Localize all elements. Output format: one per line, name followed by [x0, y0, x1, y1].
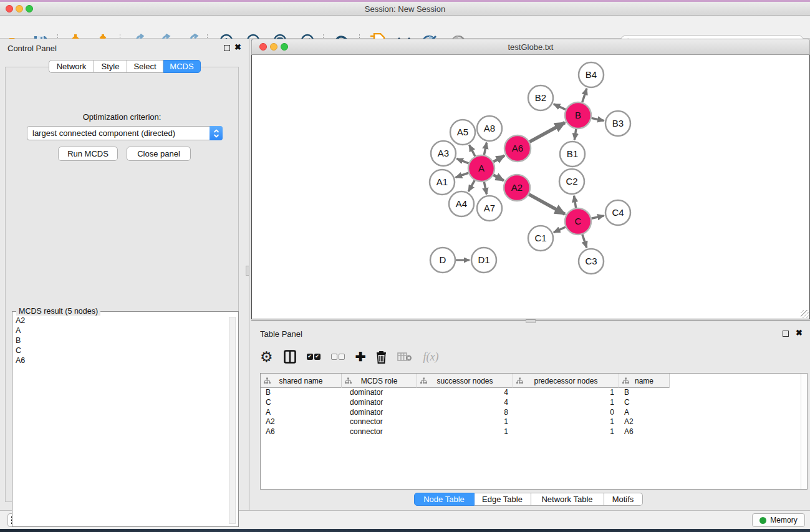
graph-node-B[interactable]: B: [565, 102, 591, 128]
table-cell: A2: [261, 417, 342, 427]
table-row[interactable]: A6connector11A6: [261, 427, 807, 437]
horizontal-splitter[interactable]: [251, 319, 810, 324]
graph-node-C[interactable]: C: [565, 208, 591, 235]
svg-text:D: D: [440, 254, 446, 265]
svg-text:A5: A5: [457, 127, 468, 137]
optimization-criterion-select[interactable]: largest connected component (directed): [27, 126, 223, 140]
control-panel-title: Control Panel: [7, 44, 57, 53]
column-header-MCDS-role[interactable]: MCDS role: [342, 374, 417, 388]
float-panel-icon[interactable]: [224, 45, 230, 51]
node-table: shared nameMCDS rolesuccessor nodesprede…: [260, 373, 808, 490]
deselect-all-icon[interactable]: [331, 354, 345, 360]
column-header-predecessor-nodes[interactable]: predecessor nodes: [513, 374, 619, 388]
graph-edge: [456, 173, 469, 177]
control-panel: Control Panel ✖ Optimization criterion: …: [0, 39, 244, 510]
table-header-row: shared nameMCDS rolesuccessor nodesprede…: [261, 374, 670, 388]
result-item[interactable]: A: [16, 326, 227, 336]
graph-node-A5[interactable]: A5: [450, 120, 475, 145]
column-header-successor-nodes[interactable]: successor nodes: [417, 374, 513, 388]
desktop-strip-bottom: [0, 529, 810, 532]
graph-node-A6[interactable]: A6: [504, 135, 531, 162]
graph-node-B2[interactable]: B2: [528, 85, 553, 110]
splitter-handle[interactable]: [526, 319, 536, 323]
network-window-title: testGlobe.txt: [252, 42, 809, 52]
optimization-criterion-label: Optimization criterion:: [6, 112, 238, 122]
table-cell: B: [261, 388, 342, 398]
mcds-result-list: A2ABCA6: [14, 316, 227, 525]
close-panel-icon[interactable]: ✖: [234, 42, 241, 52]
table-cell: C: [261, 398, 342, 408]
tab-network[interactable]: Network: [49, 60, 94, 73]
graph-edge: [554, 227, 566, 233]
run-mcds-button[interactable]: Run MCDS: [58, 147, 118, 161]
graph-node-A7[interactable]: A7: [477, 196, 502, 221]
table-scrollbar[interactable]: [801, 374, 807, 489]
graph-edge: [529, 123, 565, 142]
control-panel-header: Control Panel ✖: [0, 39, 244, 57]
result-item[interactable]: A6: [16, 355, 227, 365]
add-column-icon[interactable]: ✚: [355, 349, 366, 364]
column-type-icon: [420, 377, 427, 384]
graph-node-C3[interactable]: C3: [579, 249, 604, 274]
graph-node-C1[interactable]: C1: [528, 226, 553, 251]
result-item[interactable]: C: [16, 346, 227, 355]
table-options-gear-icon[interactable]: ⚙: [260, 351, 273, 363]
tab-select[interactable]: Select: [127, 60, 163, 73]
close-panel-icon[interactable]: ✖: [796, 328, 803, 337]
graph-node-B4[interactable]: B4: [579, 62, 604, 87]
window-resize-grip[interactable]: [801, 310, 809, 318]
network-canvas[interactable]: B4B2BB3B1A5A8A6A3AA1A2C2A4A7C4CC1C3DD1: [251, 55, 810, 319]
memory-button[interactable]: Memory: [752, 513, 805, 527]
graph-node-A1[interactable]: A1: [430, 170, 455, 195]
graph-node-A2[interactable]: A2: [504, 175, 530, 201]
svg-text:C3: C3: [585, 256, 597, 266]
graph-edge: [468, 180, 475, 191]
tab-network-table[interactable]: Network Table: [531, 493, 604, 506]
table-cell: 4: [417, 398, 513, 408]
graph-node-A3[interactable]: A3: [431, 141, 456, 166]
graph-node-B1[interactable]: B1: [560, 142, 585, 167]
column-header-shared-name[interactable]: shared name: [261, 374, 342, 388]
table-row[interactable]: A2connector11A2: [261, 417, 807, 427]
graph-node-C2[interactable]: C2: [559, 169, 584, 194]
select-all-icon[interactable]: ✔✔: [307, 354, 321, 360]
tab-mcds[interactable]: MCDS: [163, 60, 201, 73]
svg-text:C4: C4: [612, 207, 624, 218]
main-toolbar: [0, 16, 810, 39]
graph-node-B3[interactable]: B3: [605, 111, 630, 136]
network-window-titlebar[interactable]: testGlobe.txt: [251, 39, 810, 55]
network-graph: B4B2BB3B1A5A8A6A3AA1A2C2A4A7C4CC1C3DD1: [252, 55, 809, 318]
graph-node-A4[interactable]: A4: [449, 191, 474, 216]
result-item[interactable]: B: [16, 336, 227, 346]
network-view-window: testGlobe.txt B4B2BB3B1A5A8A6A3AA1A2C2A4…: [251, 39, 810, 319]
svg-text:A: A: [478, 163, 485, 173]
tab-edge-table[interactable]: Edge Table: [475, 493, 531, 506]
svg-text:B: B: [575, 110, 581, 120]
column-selector-icon[interactable]: [284, 350, 296, 364]
result-scrollbar[interactable]: [229, 317, 236, 524]
vertical-splitter[interactable]: [244, 39, 251, 510]
table-cell: B: [619, 388, 670, 398]
float-panel-icon[interactable]: [783, 331, 789, 337]
result-item[interactable]: A2: [16, 316, 227, 326]
graph-node-A[interactable]: A: [468, 155, 494, 181]
table-row[interactable]: Cdominator41C: [261, 398, 807, 408]
column-header-name[interactable]: name: [619, 374, 670, 388]
function-builder-icon: f(x): [423, 351, 438, 364]
graph-node-D1[interactable]: D1: [471, 248, 496, 273]
graph-node-D[interactable]: D: [430, 248, 455, 273]
table-cell: A6: [619, 427, 670, 437]
graph-edge: [582, 235, 587, 248]
delete-column-icon[interactable]: [376, 351, 387, 364]
graph-node-A8[interactable]: A8: [477, 116, 502, 141]
svg-text:B1: B1: [567, 148, 578, 159]
tab-node-table[interactable]: Node Table: [414, 493, 475, 506]
splitter-handle[interactable]: [246, 266, 249, 276]
tab-motifs[interactable]: Motifs: [604, 493, 643, 506]
close-panel-button[interactable]: Close panel: [127, 147, 191, 161]
table-row[interactable]: Bdominator41B: [261, 388, 807, 398]
svg-text:A1: A1: [436, 177, 448, 187]
table-row[interactable]: Adominator80A: [261, 408, 807, 418]
graph-node-C4[interactable]: C4: [605, 200, 630, 225]
tab-style[interactable]: Style: [94, 60, 127, 73]
